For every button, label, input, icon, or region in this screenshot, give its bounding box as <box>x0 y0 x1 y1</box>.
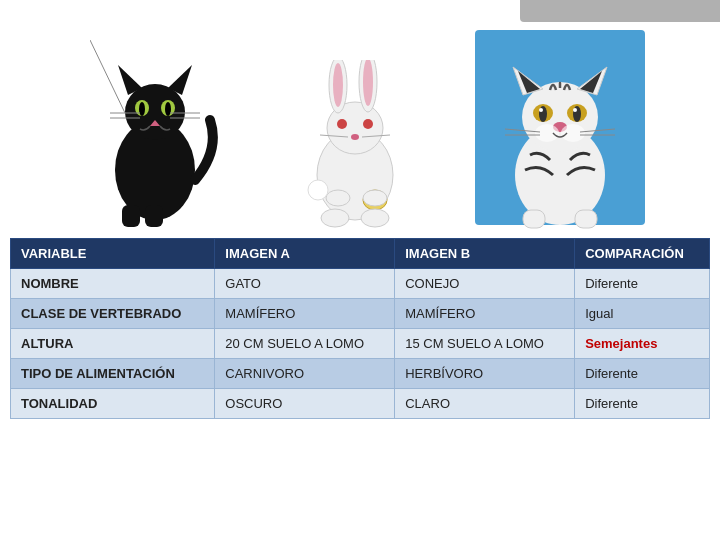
svg-point-21 <box>363 60 373 106</box>
comparison-table: VARIABLE IMAGEN A IMAGEN B COMPARACIÓN N… <box>10 238 710 530</box>
cell-comparacion: Diferente <box>575 359 710 389</box>
cell-imagen-a: CARNIVORO <box>215 359 395 389</box>
cell-imagen-a: GATO <box>215 269 395 299</box>
cell-variable: ALTURA <box>11 329 215 359</box>
svg-point-19 <box>333 63 343 107</box>
cell-imagen-b: HERBÍVORO <box>395 359 575 389</box>
svg-point-47 <box>561 124 585 142</box>
cell-comparacion: Diferente <box>575 389 710 419</box>
cat-image <box>75 30 235 230</box>
cell-imagen-a: 20 CM SUELO A LOMO <box>215 329 395 359</box>
col-header-comparacion: COMPARACIÓN <box>575 239 710 269</box>
svg-point-22 <box>337 119 347 129</box>
cell-variable: TIPO DE ALIMENTACIÓN <box>11 359 215 389</box>
svg-point-6 <box>139 102 145 116</box>
svg-point-24 <box>351 134 359 140</box>
svg-point-1 <box>125 84 185 140</box>
svg-point-29 <box>363 190 387 206</box>
svg-line-9 <box>90 40 125 113</box>
svg-point-34 <box>522 82 598 152</box>
cell-imagen-a: MAMÍFERO <box>215 299 395 329</box>
table-row: NOMBREGATOCONEJODiferente <box>11 269 710 299</box>
table-row: CLASE DE VERTEBRADOMAMÍFEROMAMÍFEROIgual <box>11 299 710 329</box>
cell-comparacion: Igual <box>575 299 710 329</box>
svg-point-46 <box>535 124 559 142</box>
svg-point-23 <box>363 119 373 129</box>
col-header-variable: VARIABLE <box>11 239 215 269</box>
svg-rect-52 <box>523 210 545 228</box>
cell-comparacion: Semejantes <box>575 329 710 359</box>
tiger-image <box>475 30 645 230</box>
svg-point-44 <box>573 108 577 112</box>
svg-point-43 <box>539 108 543 112</box>
cell-imagen-b: 15 CM SUELO A LOMO <box>395 329 575 359</box>
cell-variable: TONALIDAD <box>11 389 215 419</box>
svg-rect-15 <box>145 205 163 227</box>
rabbit-image <box>275 50 435 230</box>
svg-rect-14 <box>122 205 140 227</box>
table-header-row: VARIABLE IMAGEN A IMAGEN B COMPARACIÓN <box>11 239 710 269</box>
cell-variable: NOMBRE <box>11 269 215 299</box>
svg-point-30 <box>321 209 349 227</box>
images-area <box>0 10 720 240</box>
col-header-imagen-b: IMAGEN B <box>395 239 575 269</box>
svg-point-7 <box>165 102 171 116</box>
cell-imagen-b: CLARO <box>395 389 575 419</box>
col-header-imagen-a: IMAGEN A <box>215 239 395 269</box>
svg-rect-53 <box>575 210 597 228</box>
cell-imagen-a: OSCURO <box>215 389 395 419</box>
cell-variable: CLASE DE VERTEBRADO <box>11 299 215 329</box>
svg-point-31 <box>361 209 389 227</box>
table-row: TONALIDADOSCUROCLARODiferente <box>11 389 710 419</box>
table-row: TIPO DE ALIMENTACIÓNCARNIVOROHERBÍVORODi… <box>11 359 710 389</box>
svg-point-28 <box>326 190 350 206</box>
svg-point-32 <box>308 180 328 200</box>
cell-comparacion: Diferente <box>575 269 710 299</box>
cell-imagen-b: CONEJO <box>395 269 575 299</box>
table-row: ALTURA20 CM SUELO A LOMO15 CM SUELO A LO… <box>11 329 710 359</box>
cell-imagen-b: MAMÍFERO <box>395 299 575 329</box>
